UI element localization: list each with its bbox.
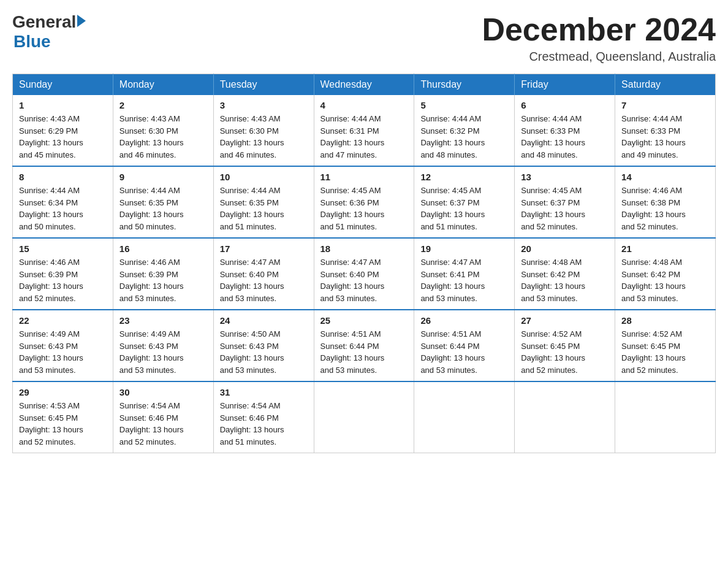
- header-monday: Monday: [113, 74, 213, 96]
- day-info: Sunrise: 4:43 AM Sunset: 6:30 PM Dayligh…: [119, 113, 207, 161]
- header-sunday: Sunday: [13, 74, 113, 96]
- day-info: Sunrise: 4:54 AM Sunset: 6:46 PM Dayligh…: [220, 400, 308, 448]
- day-number: 9: [119, 172, 207, 182]
- table-row: 9 Sunrise: 4:44 AM Sunset: 6:35 PM Dayli…: [113, 166, 213, 238]
- day-number: 11: [320, 172, 408, 182]
- day-info: Sunrise: 4:47 AM Sunset: 6:40 PM Dayligh…: [220, 256, 308, 304]
- day-info: Sunrise: 4:46 AM Sunset: 6:38 PM Dayligh…: [621, 185, 709, 232]
- day-number: 8: [19, 172, 107, 182]
- table-row: 20 Sunrise: 4:48 AM Sunset: 6:42 PM Dayl…: [515, 238, 615, 310]
- day-info: Sunrise: 4:46 AM Sunset: 6:39 PM Dayligh…: [19, 256, 107, 304]
- day-info: Sunrise: 4:44 AM Sunset: 6:32 PM Dayligh…: [420, 113, 508, 161]
- logo-blue-text: Blue: [13, 32, 51, 51]
- day-info: Sunrise: 4:48 AM Sunset: 6:42 PM Dayligh…: [621, 256, 709, 304]
- day-info: Sunrise: 4:44 AM Sunset: 6:35 PM Dayligh…: [220, 185, 308, 232]
- calendar-header-row: Sunday Monday Tuesday Wednesday Thursday…: [13, 74, 716, 96]
- table-row: 18 Sunrise: 4:47 AM Sunset: 6:40 PM Dayl…: [314, 238, 414, 310]
- table-row: 2 Sunrise: 4:43 AM Sunset: 6:30 PM Dayli…: [113, 95, 213, 166]
- table-row: 21 Sunrise: 4:48 AM Sunset: 6:42 PM Dayl…: [615, 238, 716, 310]
- table-row: 19 Sunrise: 4:47 AM Sunset: 6:41 PM Dayl…: [414, 238, 515, 310]
- table-row: 4 Sunrise: 4:44 AM Sunset: 6:31 PM Dayli…: [314, 95, 414, 166]
- table-row: 11 Sunrise: 4:45 AM Sunset: 6:36 PM Dayl…: [314, 166, 414, 238]
- table-row: 1 Sunrise: 4:43 AM Sunset: 6:29 PM Dayli…: [13, 95, 113, 166]
- table-row: 15 Sunrise: 4:46 AM Sunset: 6:39 PM Dayl…: [13, 238, 113, 310]
- day-number: 26: [420, 315, 508, 326]
- table-row: 31 Sunrise: 4:54 AM Sunset: 6:46 PM Dayl…: [213, 381, 314, 453]
- day-number: 5: [420, 100, 508, 110]
- calendar-table: Sunday Monday Tuesday Wednesday Thursday…: [12, 74, 716, 453]
- calendar-week-row: 15 Sunrise: 4:46 AM Sunset: 6:39 PM Dayl…: [13, 238, 716, 310]
- day-number: 31: [220, 387, 308, 397]
- table-row: 28 Sunrise: 4:52 AM Sunset: 6:45 PM Dayl…: [615, 310, 716, 381]
- table-row: [314, 381, 414, 453]
- day-info: Sunrise: 4:43 AM Sunset: 6:29 PM Dayligh…: [19, 113, 107, 161]
- table-row: [414, 381, 515, 453]
- day-number: 25: [320, 315, 408, 326]
- table-row: 8 Sunrise: 4:44 AM Sunset: 6:34 PM Dayli…: [13, 166, 113, 238]
- day-info: Sunrise: 4:46 AM Sunset: 6:39 PM Dayligh…: [119, 256, 207, 304]
- day-info: Sunrise: 4:49 AM Sunset: 6:43 PM Dayligh…: [119, 328, 207, 376]
- day-info: Sunrise: 4:52 AM Sunset: 6:45 PM Dayligh…: [621, 328, 709, 376]
- day-info: Sunrise: 4:54 AM Sunset: 6:46 PM Dayligh…: [119, 400, 207, 448]
- day-info: Sunrise: 4:49 AM Sunset: 6:43 PM Dayligh…: [19, 328, 107, 376]
- day-number: 29: [19, 387, 107, 397]
- day-number: 28: [621, 315, 709, 326]
- day-info: Sunrise: 4:43 AM Sunset: 6:30 PM Dayligh…: [220, 113, 308, 161]
- table-row: [515, 381, 615, 453]
- table-row: 29 Sunrise: 4:53 AM Sunset: 6:45 PM Dayl…: [13, 381, 113, 453]
- month-title: December 2024: [482, 12, 716, 47]
- header-tuesday: Tuesday: [213, 74, 314, 96]
- day-info: Sunrise: 4:47 AM Sunset: 6:40 PM Dayligh…: [320, 256, 408, 304]
- day-number: 6: [521, 100, 609, 110]
- day-info: Sunrise: 4:47 AM Sunset: 6:41 PM Dayligh…: [420, 256, 508, 304]
- day-number: 15: [19, 243, 107, 254]
- calendar-week-row: 1 Sunrise: 4:43 AM Sunset: 6:29 PM Dayli…: [13, 95, 716, 166]
- day-number: 2: [119, 100, 207, 110]
- calendar-week-row: 22 Sunrise: 4:49 AM Sunset: 6:43 PM Dayl…: [13, 310, 716, 381]
- day-info: Sunrise: 4:44 AM Sunset: 6:33 PM Dayligh…: [521, 113, 609, 161]
- table-row: 23 Sunrise: 4:49 AM Sunset: 6:43 PM Dayl…: [113, 310, 213, 381]
- day-number: 1: [19, 100, 107, 110]
- table-row: 30 Sunrise: 4:54 AM Sunset: 6:46 PM Dayl…: [113, 381, 213, 453]
- calendar-week-row: 29 Sunrise: 4:53 AM Sunset: 6:45 PM Dayl…: [13, 381, 716, 453]
- table-row: 12 Sunrise: 4:45 AM Sunset: 6:37 PM Dayl…: [414, 166, 515, 238]
- day-info: Sunrise: 4:45 AM Sunset: 6:37 PM Dayligh…: [420, 185, 508, 232]
- day-number: 24: [220, 315, 308, 326]
- day-number: 19: [420, 243, 508, 254]
- table-row: 16 Sunrise: 4:46 AM Sunset: 6:39 PM Dayl…: [113, 238, 213, 310]
- day-number: 22: [19, 315, 107, 326]
- header-wednesday: Wednesday: [314, 74, 414, 96]
- day-number: 7: [621, 100, 709, 110]
- day-number: 12: [420, 172, 508, 182]
- location-title: Crestmead, Queensland, Australia: [482, 50, 716, 64]
- day-info: Sunrise: 4:45 AM Sunset: 6:37 PM Dayligh…: [521, 185, 609, 232]
- header-friday: Friday: [515, 74, 615, 96]
- header-saturday: Saturday: [615, 74, 716, 96]
- table-row: 14 Sunrise: 4:46 AM Sunset: 6:38 PM Dayl…: [615, 166, 716, 238]
- logo-arrow-icon: [77, 15, 86, 27]
- logo-general-text: General: [12, 12, 76, 32]
- day-number: 23: [119, 315, 207, 326]
- day-info: Sunrise: 4:53 AM Sunset: 6:45 PM Dayligh…: [19, 400, 107, 448]
- title-area: December 2024 Crestmead, Queensland, Aus…: [482, 12, 716, 64]
- table-row: 26 Sunrise: 4:51 AM Sunset: 6:44 PM Dayl…: [414, 310, 515, 381]
- day-info: Sunrise: 4:51 AM Sunset: 6:44 PM Dayligh…: [420, 328, 508, 376]
- day-number: 21: [621, 243, 709, 254]
- table-row: 7 Sunrise: 4:44 AM Sunset: 6:33 PM Dayli…: [615, 95, 716, 166]
- calendar-week-row: 8 Sunrise: 4:44 AM Sunset: 6:34 PM Dayli…: [13, 166, 716, 238]
- day-number: 30: [119, 387, 207, 397]
- day-number: 20: [521, 243, 609, 254]
- day-number: 18: [320, 243, 408, 254]
- day-info: Sunrise: 4:44 AM Sunset: 6:34 PM Dayligh…: [19, 185, 107, 232]
- table-row: 6 Sunrise: 4:44 AM Sunset: 6:33 PM Dayli…: [515, 95, 615, 166]
- table-row: 17 Sunrise: 4:47 AM Sunset: 6:40 PM Dayl…: [213, 238, 314, 310]
- day-number: 27: [521, 315, 609, 326]
- table-row: 27 Sunrise: 4:52 AM Sunset: 6:45 PM Dayl…: [515, 310, 615, 381]
- table-row: 5 Sunrise: 4:44 AM Sunset: 6:32 PM Dayli…: [414, 95, 515, 166]
- table-row: 25 Sunrise: 4:51 AM Sunset: 6:44 PM Dayl…: [314, 310, 414, 381]
- day-info: Sunrise: 4:44 AM Sunset: 6:31 PM Dayligh…: [320, 113, 408, 161]
- table-row: 3 Sunrise: 4:43 AM Sunset: 6:30 PM Dayli…: [213, 95, 314, 166]
- day-info: Sunrise: 4:48 AM Sunset: 6:42 PM Dayligh…: [521, 256, 609, 304]
- day-info: Sunrise: 4:45 AM Sunset: 6:36 PM Dayligh…: [320, 185, 408, 232]
- day-number: 14: [621, 172, 709, 182]
